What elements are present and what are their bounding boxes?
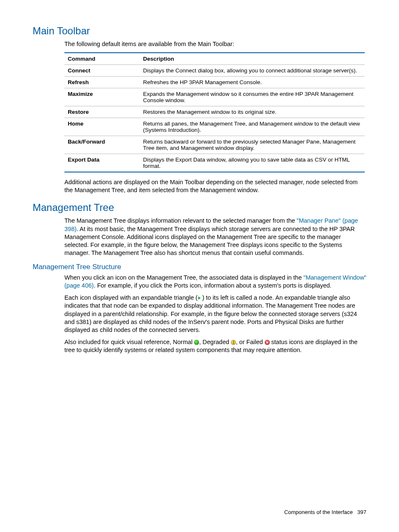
- paragraph-structure-3: Also included for quick visual reference…: [64, 338, 366, 354]
- heading-tree-structure: Management Tree Structure: [33, 263, 366, 271]
- cell-command: Export Data: [64, 154, 140, 172]
- paragraph-toolbar-after: Additional actions are displayed on the …: [64, 178, 366, 194]
- table-header-row: Command Description: [64, 53, 365, 65]
- table-row: Maximize Expands the Management window s…: [64, 88, 365, 106]
- cell-description: Restores the Management window to its or…: [140, 106, 365, 118]
- text: , Degraded: [199, 339, 231, 345]
- cell-command: Connect: [64, 65, 140, 77]
- text: The Management Tree displays information…: [64, 217, 297, 224]
- page-footer: Components of the Interface 397: [284, 509, 366, 515]
- text: Each icon displayed with an expandable t…: [64, 294, 197, 301]
- text: Also included for quick visual reference…: [64, 339, 194, 345]
- status-failed-icon: [265, 340, 270, 345]
- status-normal-icon: [194, 340, 199, 345]
- text: When you click an icon on the Management…: [64, 274, 303, 281]
- text: . For example, if you click the Ports ic…: [94, 282, 332, 289]
- th-description: Description: [140, 53, 365, 65]
- footer-page-number: 397: [357, 509, 366, 515]
- cell-description: Displays the Connect dialog box, allowin…: [140, 65, 365, 77]
- cell-command: Maximize: [64, 88, 140, 106]
- cell-description: Expands the Management window so it cons…: [140, 88, 365, 106]
- table-row: Home Returns all panes, the Management T…: [64, 118, 365, 136]
- table-row: Back/Forward Returns backward or forward…: [64, 136, 365, 154]
- cell-command: Home: [64, 118, 140, 136]
- th-command: Command: [64, 53, 140, 65]
- table-row: Restore Restores the Management window t…: [64, 106, 365, 118]
- table-row: Export Data Displays the Export Data win…: [64, 154, 365, 172]
- cell-description: Refreshes the HP 3PAR Management Console…: [140, 77, 365, 88]
- table-row: Connect Displays the Connect dialog box,…: [64, 65, 365, 77]
- paragraph-toolbar-intro: The following default items are availabl…: [64, 40, 366, 48]
- expandable-triangle-icon: [197, 296, 202, 301]
- paragraph-tree-intro: The Management Tree displays information…: [64, 217, 366, 257]
- heading-main-toolbar: Main Toolbar: [33, 25, 366, 37]
- cell-description: Displays the Export Data window, allowin…: [140, 154, 365, 172]
- text: , or Failed: [236, 339, 265, 345]
- paragraph-structure-1: When you click an icon on the Management…: [64, 274, 366, 290]
- cell-command: Back/Forward: [64, 136, 140, 154]
- footer-label: Components of the Interface: [284, 509, 353, 515]
- paragraph-structure-2: Each icon displayed with an expandable t…: [64, 294, 366, 334]
- status-degraded-icon: [231, 340, 236, 345]
- cell-command: Refresh: [64, 77, 140, 88]
- text: . At its most basic, the Management Tree…: [64, 226, 355, 256]
- cell-command: Restore: [64, 106, 140, 118]
- table-main-toolbar: Command Description Connect Displays the…: [64, 52, 365, 172]
- heading-management-tree: Management Tree: [33, 202, 366, 213]
- cell-description: Returns all panes, the Management Tree, …: [140, 118, 365, 136]
- cell-description: Returns backward or forward to the previ…: [140, 136, 365, 154]
- page-content: Main Toolbar The following default items…: [0, 0, 399, 354]
- table-row: Refresh Refreshes the HP 3PAR Management…: [64, 77, 365, 88]
